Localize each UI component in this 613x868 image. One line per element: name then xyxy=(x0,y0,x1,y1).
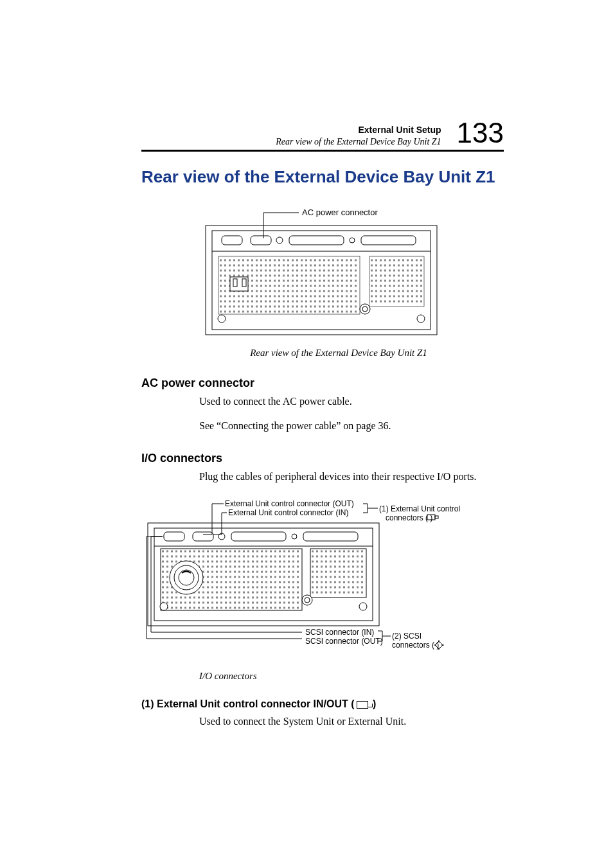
ext-ctrl-p1: Used to connect the System Unit or Exter… xyxy=(199,714,504,729)
ac-p2: See “Connecting the power cable” on page… xyxy=(199,418,504,434)
heading-ext-ctrl: (1) External Unit control connector IN/O… xyxy=(141,698,504,710)
header-chapter: External Unit Setup xyxy=(358,125,441,135)
fig2-label-ctrl-out: External Unit control connector (OUT) xyxy=(225,499,354,508)
svg-point-37 xyxy=(360,304,370,314)
svg-rect-41 xyxy=(435,516,438,518)
svg-rect-54 xyxy=(303,532,358,541)
svg-rect-52 xyxy=(231,532,286,541)
connector-icon xyxy=(357,701,368,709)
section-ext-ctrl-body: Used to connect the System Unit or Exter… xyxy=(199,714,504,729)
svg-point-39 xyxy=(417,315,425,323)
fig1-label-ac: AC power connector xyxy=(302,208,378,217)
page-header: External Unit Setup Rear view of the Ext… xyxy=(141,119,504,152)
heading-io: I/O connectors xyxy=(141,452,504,465)
fig2-label-group2b: connectors ( ) xyxy=(392,641,439,650)
page-number: 133 xyxy=(457,119,504,147)
fig2-label-group2a: (2) SCSI xyxy=(392,632,422,641)
fig2-label-group1a: (1) External Unit control xyxy=(379,504,460,513)
figure-rear-view: AC power connector xyxy=(199,206,504,359)
svg-rect-5 xyxy=(251,236,271,245)
fig2-label-ctrl-in: External Unit control connector (IN) xyxy=(228,508,348,517)
rear-view-diagram: AC power connector xyxy=(199,206,456,341)
svg-point-82 xyxy=(160,603,168,610)
svg-rect-4 xyxy=(222,236,242,245)
svg-point-36 xyxy=(218,315,226,323)
svg-point-79 xyxy=(170,561,203,594)
svg-rect-50 xyxy=(193,532,213,541)
section-ac-body: Used to connect the AC power cable. See … xyxy=(199,394,504,434)
page: External Unit Setup Rear view of the Ext… xyxy=(0,0,613,868)
heading-ac-power: AC power connector xyxy=(141,376,504,390)
svg-rect-9 xyxy=(361,236,416,245)
header-subtitle: Rear view of the External Device Bay Uni… xyxy=(276,137,441,146)
figure-io-connectors: External Unit control connector (OUT) Ex… xyxy=(141,497,504,682)
io-connectors-diagram: External Unit control connector (OUT) Ex… xyxy=(141,497,501,664)
section-io-body: Plug the cables of peripheral devices in… xyxy=(199,469,504,484)
fig2-label-group1b: connectors ( ) xyxy=(386,513,432,522)
svg-point-8 xyxy=(350,238,355,243)
fig2-label-scsi-in: SCSI connector (IN) xyxy=(305,628,374,637)
svg-rect-49 xyxy=(164,532,184,541)
io-p1: Plug the cables of peripheral devices in… xyxy=(199,469,504,484)
page-title: Rear view of the External Device Bay Uni… xyxy=(141,167,504,187)
svg-point-6 xyxy=(276,237,283,244)
svg-point-83 xyxy=(302,595,312,605)
svg-point-85 xyxy=(359,603,367,610)
figure1-caption: Rear view of the External Device Bay Uni… xyxy=(173,348,504,359)
svg-rect-7 xyxy=(289,236,344,245)
fig2-label-scsi-out: SCSI connector (OUT) xyxy=(305,637,383,646)
ac-p1: Used to connect the AC power cable. xyxy=(199,394,504,409)
figure2-caption: I/O connectors xyxy=(199,671,504,682)
svg-point-53 xyxy=(292,534,297,539)
heading-ext-ctrl-pre: (1) External Unit control connector IN/O… xyxy=(141,698,355,709)
